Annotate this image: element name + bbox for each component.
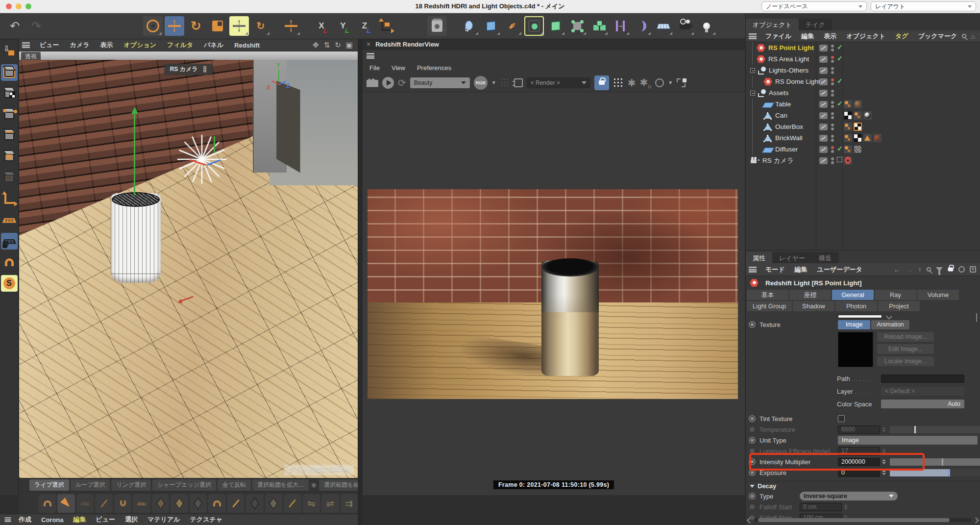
decay-type-select[interactable]: Inverse-square — [800, 492, 898, 500]
brush-tool-button[interactable] — [95, 494, 112, 513]
ring-selection-button[interactable]: リング選択 — [111, 479, 151, 491]
enabled-check-icon[interactable]: ✓ — [837, 100, 843, 107]
rv-menu-file[interactable]: File — [365, 63, 385, 73]
enabled-check-icon[interactable]: ✓ — [837, 145, 843, 152]
subdivision-surface-button[interactable] — [524, 16, 544, 36]
polygon-mode-button[interactable] — [1, 149, 18, 165]
phong-tag-icon[interactable] — [844, 145, 852, 153]
refresh-render-icon[interactable]: ⟳ — [398, 77, 406, 89]
move-global-tool-button[interactable] — [281, 16, 301, 36]
edit-enable-icon[interactable] — [819, 56, 828, 63]
editor-visibility-dot[interactable] — [831, 45, 834, 48]
texture-preview[interactable] — [838, 332, 873, 367]
image-mode-button[interactable]: Image — [838, 320, 870, 329]
tint-texture-checkbox[interactable] — [838, 415, 845, 422]
object-name[interactable]: Can — [775, 112, 787, 119]
live-selection-tool-button[interactable] — [143, 16, 163, 36]
param-radio-icon[interactable] — [749, 458, 756, 465]
nodespace-select[interactable]: ノードスペース — [761, 1, 867, 11]
tree-row-can[interactable]: Can — [746, 110, 980, 121]
pen-tool-button[interactable] — [503, 16, 522, 36]
bend-deformer-button[interactable] — [632, 16, 652, 36]
tab-general[interactable]: General — [832, 290, 874, 300]
stitch-tool-button[interactable] — [246, 494, 263, 513]
slide-tool-button[interactable] — [284, 494, 301, 513]
editor-visibility-dot[interactable] — [831, 67, 834, 70]
edit-enable-icon[interactable] — [819, 146, 828, 153]
phong-tag-icon[interactable] — [854, 111, 862, 120]
live-selection-button[interactable]: ライブ選択 — [29, 479, 69, 491]
last-tool-button[interactable] — [229, 16, 249, 36]
edit-enable-icon[interactable] — [819, 67, 828, 74]
object-name[interactable]: RS カメラ — [762, 156, 794, 165]
locate-image-button[interactable]: Locate Image... — [877, 356, 934, 366]
workplane-button[interactable] — [1, 212, 18, 228]
om-menu-display[interactable]: 表示 — [819, 30, 841, 42]
filter-icon[interactable] — [936, 267, 943, 272]
uv-mode-button[interactable] — [1, 170, 18, 186]
edge-mode-button[interactable] — [1, 127, 18, 144]
tab-project[interactable]: Project — [878, 301, 920, 311]
edit-enable-icon[interactable] — [819, 135, 828, 142]
exposure-stepper[interactable] — [881, 469, 887, 477]
wireframe-can-object[interactable] — [111, 193, 161, 283]
edit-image-button[interactable]: Edit Image... — [877, 344, 934, 354]
extrude-generator-button[interactable] — [546, 16, 565, 36]
edit-enable-icon[interactable] — [819, 157, 828, 164]
collapse-icon[interactable] — [750, 68, 755, 73]
start-render-button[interactable] — [382, 77, 394, 89]
om-menu-edit[interactable]: 編集 — [796, 30, 819, 42]
channel-select-button[interactable]: RGB — [474, 76, 488, 90]
object-name[interactable]: BrickWall — [775, 134, 803, 142]
lock-z-axis-button[interactable]: Z — [355, 16, 374, 36]
falloff-start-stepper[interactable] — [843, 503, 849, 511]
layer-select[interactable]: < Default > — [881, 387, 964, 396]
redshift-camera-tag[interactable] — [844, 156, 852, 165]
lock-workplane-button[interactable] — [1, 233, 18, 250]
grow-selection-button[interactable]: 選択範囲を拡大... — [252, 479, 308, 491]
region-render-icon[interactable] — [514, 78, 523, 87]
layout-select[interactable]: レイアウト — [871, 1, 976, 11]
render-visibility-dot[interactable] — [831, 105, 834, 108]
temperature-slider[interactable] — [890, 426, 980, 433]
scroll-right-icon[interactable] — [973, 517, 979, 524]
om-menu-tags[interactable]: タグ — [890, 30, 913, 42]
animation-mode-button[interactable]: Animation — [871, 320, 909, 329]
render-visibility-dot[interactable] — [831, 82, 834, 85]
viewport-menu-filter[interactable]: フィルタ — [162, 39, 198, 51]
iron-tool-button[interactable] — [133, 494, 150, 513]
intensity-stepper[interactable] — [881, 458, 887, 466]
y-axis-handle[interactable] — [134, 113, 135, 195]
tab-basic[interactable]: 基本 — [747, 290, 788, 300]
reload-image-button[interactable]: Reload Image... — [877, 332, 934, 342]
tab-objects[interactable]: オブジェクト — [746, 19, 799, 30]
search-icon[interactable] — [927, 267, 931, 272]
menu-view[interactable]: ビュー — [91, 514, 121, 525]
scrollbar-thumb[interactable] — [758, 518, 950, 522]
menu-corona[interactable]: Corona — [36, 515, 69, 525]
scroll-left-icon[interactable] — [747, 517, 753, 524]
renderview-tab[interactable]: × Redshift RenderView — [363, 39, 745, 50]
lattice-deformer-button[interactable] — [567, 16, 587, 36]
am-menu-edit[interactable]: 編集 — [790, 264, 812, 275]
editor-visibility-dot[interactable] — [831, 112, 834, 115]
matrix-extrude-tool-button[interactable] — [190, 494, 207, 513]
viewport-menu-display[interactable]: 表示 — [96, 39, 118, 51]
editor-visibility-dot[interactable] — [831, 90, 834, 93]
undo-button[interactable] — [5, 16, 24, 36]
object-name[interactable]: Diffuser — [775, 146, 798, 153]
edit-enable-icon[interactable] — [819, 124, 828, 130]
phong-tag-icon[interactable] — [844, 134, 852, 142]
enabled-check-icon[interactable]: ✓ — [837, 77, 843, 85]
editor-visibility-dot[interactable] — [831, 56, 834, 59]
focus-region-icon[interactable] — [677, 78, 686, 87]
phong-tag-icon[interactable] — [844, 100, 852, 108]
tree-row-brickwall[interactable]: BrickWall — [746, 132, 980, 144]
rotate-right-tool-button[interactable]: ⇌ — [321, 494, 339, 513]
menu-edit[interactable]: 編集 — [69, 514, 91, 525]
compare-circle-icon[interactable] — [655, 78, 664, 87]
new-panel-icon[interactable]: + — [970, 266, 976, 273]
render-visibility-dot[interactable] — [831, 150, 834, 153]
edit-enable-icon[interactable] — [819, 45, 828, 51]
sculpt-pen-button[interactable] — [57, 494, 74, 513]
